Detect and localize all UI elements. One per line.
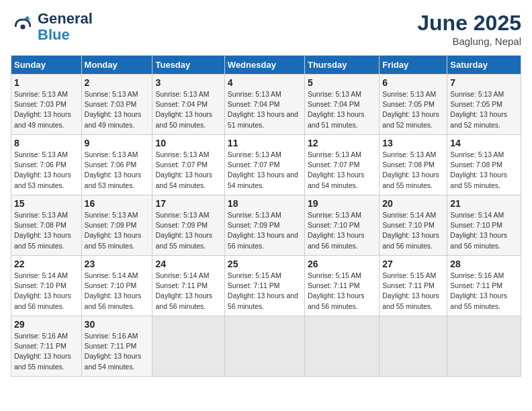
table-row: 26 Sunrise: 5:15 AMSunset: 7:11 PMDaylig… xyxy=(304,256,379,316)
header-thursday: Thursday xyxy=(304,56,379,75)
svg-point-0 xyxy=(20,25,25,30)
day-number: 1 xyxy=(14,77,79,88)
table-row: 23 Sunrise: 5:14 AMSunset: 7:10 PMDaylig… xyxy=(81,256,152,316)
day-info: Sunrise: 5:13 AMSunset: 7:04 PMDaylight:… xyxy=(308,89,376,130)
table-row: 22 Sunrise: 5:14 AMSunset: 7:10 PMDaylig… xyxy=(11,256,82,316)
day-info: Sunrise: 5:15 AMSunset: 7:11 PMDaylight:… xyxy=(228,271,302,312)
day-number: 20 xyxy=(382,198,444,209)
day-info: Sunrise: 5:13 AMSunset: 7:09 PMDaylight:… xyxy=(85,210,150,251)
table-row: 4 Sunrise: 5:13 AMSunset: 7:04 PMDayligh… xyxy=(224,75,304,135)
day-info: Sunrise: 5:13 AMSunset: 7:08 PMDaylight:… xyxy=(450,150,518,191)
day-number: 9 xyxy=(85,138,150,148)
day-info: Sunrise: 5:13 AMSunset: 7:05 PMDaylight:… xyxy=(450,89,518,130)
logo-line2: Blue xyxy=(38,27,93,43)
day-info: Sunrise: 5:13 AMSunset: 7:07 PMDaylight:… xyxy=(308,150,376,191)
table-row: 2 Sunrise: 5:13 AMSunset: 7:03 PMDayligh… xyxy=(81,75,152,135)
table-row: 5 Sunrise: 5:13 AMSunset: 7:04 PMDayligh… xyxy=(304,75,379,135)
day-info: Sunrise: 5:16 AMSunset: 7:11 PMDaylight:… xyxy=(14,331,79,372)
day-number: 3 xyxy=(155,77,221,88)
day-number: 6 xyxy=(382,77,444,88)
table-row: 8 Sunrise: 5:13 AMSunset: 7:06 PMDayligh… xyxy=(11,135,82,195)
table-row: 28 Sunrise: 5:16 AMSunset: 7:11 PMDaylig… xyxy=(447,256,521,316)
day-info: Sunrise: 5:13 AMSunset: 7:03 PMDaylight:… xyxy=(14,89,79,130)
day-info: Sunrise: 5:14 AMSunset: 7:10 PMDaylight:… xyxy=(14,271,79,312)
day-info: Sunrise: 5:14 AMSunset: 7:10 PMDaylight:… xyxy=(450,210,518,251)
table-row: 6 Sunrise: 5:13 AMSunset: 7:05 PMDayligh… xyxy=(380,75,447,135)
table-row: 1 Sunrise: 5:13 AMSunset: 7:03 PMDayligh… xyxy=(11,75,82,135)
day-info: Sunrise: 5:13 AMSunset: 7:06 PMDaylight:… xyxy=(85,150,150,191)
table-row: 17 Sunrise: 5:13 AMSunset: 7:09 PMDaylig… xyxy=(152,195,224,256)
table-row: 14 Sunrise: 5:13 AMSunset: 7:08 PMDaylig… xyxy=(447,135,521,195)
day-number: 19 xyxy=(308,198,376,209)
table-row: 29 Sunrise: 5:16 AMSunset: 7:11 PMDaylig… xyxy=(11,316,82,377)
day-number: 22 xyxy=(14,259,79,269)
header-sunday: Sunday xyxy=(11,56,82,75)
calendar-week-row: 22 Sunrise: 5:14 AMSunset: 7:10 PMDaylig… xyxy=(11,256,521,316)
header-tuesday: Tuesday xyxy=(152,56,224,75)
day-number: 29 xyxy=(14,319,79,330)
day-number: 17 xyxy=(155,198,221,209)
day-info: Sunrise: 5:14 AMSunset: 7:11 PMDaylight:… xyxy=(155,271,221,312)
day-number: 13 xyxy=(382,138,444,148)
day-info: Sunrise: 5:14 AMSunset: 7:10 PMDaylight:… xyxy=(382,210,444,251)
day-info: Sunrise: 5:13 AMSunset: 7:03 PMDaylight:… xyxy=(85,89,150,130)
day-number: 27 xyxy=(382,259,444,269)
day-number: 7 xyxy=(450,77,518,88)
day-info: Sunrise: 5:13 AMSunset: 7:07 PMDaylight:… xyxy=(155,150,221,191)
table-row: 16 Sunrise: 5:13 AMSunset: 7:09 PMDaylig… xyxy=(81,195,152,256)
title-block: June 2025 Baglung, Nepal xyxy=(417,11,521,47)
day-number: 21 xyxy=(450,198,518,209)
day-number: 2 xyxy=(85,77,150,88)
logo: General Blue xyxy=(11,11,93,43)
day-number: 15 xyxy=(14,198,79,209)
day-info: Sunrise: 5:13 AMSunset: 7:08 PMDaylight:… xyxy=(14,210,79,251)
calendar-week-row: 8 Sunrise: 5:13 AMSunset: 7:06 PMDayligh… xyxy=(11,135,521,195)
day-number: 11 xyxy=(228,138,302,148)
day-number: 30 xyxy=(85,319,150,330)
table-row: 20 Sunrise: 5:14 AMSunset: 7:10 PMDaylig… xyxy=(380,195,447,256)
day-number: 28 xyxy=(450,259,518,269)
table-row: 10 Sunrise: 5:13 AMSunset: 7:07 PMDaylig… xyxy=(152,135,224,195)
day-number: 4 xyxy=(228,77,302,88)
table-row: 13 Sunrise: 5:13 AMSunset: 7:08 PMDaylig… xyxy=(380,135,447,195)
header-monday: Monday xyxy=(81,56,152,75)
day-number: 23 xyxy=(85,259,150,269)
table-row: 3 Sunrise: 5:13 AMSunset: 7:04 PMDayligh… xyxy=(152,75,224,135)
table-row xyxy=(224,316,304,377)
day-info: Sunrise: 5:13 AMSunset: 7:09 PMDaylight:… xyxy=(155,210,221,251)
location: Baglung, Nepal xyxy=(417,36,521,47)
table-row xyxy=(447,316,521,377)
month-title: June 2025 xyxy=(417,11,521,36)
table-row: 18 Sunrise: 5:13 AMSunset: 7:09 PMDaylig… xyxy=(224,195,304,256)
day-number: 10 xyxy=(155,138,221,148)
logo-line1: General xyxy=(38,11,93,27)
table-row: 7 Sunrise: 5:13 AMSunset: 7:05 PMDayligh… xyxy=(447,75,521,135)
table-row: 25 Sunrise: 5:15 AMSunset: 7:11 PMDaylig… xyxy=(224,256,304,316)
day-number: 5 xyxy=(308,77,376,88)
calendar-week-row: 1 Sunrise: 5:13 AMSunset: 7:03 PMDayligh… xyxy=(11,75,521,135)
header-friday: Friday xyxy=(380,56,447,75)
day-info: Sunrise: 5:16 AMSunset: 7:11 PMDaylight:… xyxy=(85,331,150,372)
table-row xyxy=(304,316,379,377)
table-row: 24 Sunrise: 5:14 AMSunset: 7:11 PMDaylig… xyxy=(152,256,224,316)
day-number: 14 xyxy=(450,138,518,148)
table-row: 12 Sunrise: 5:13 AMSunset: 7:07 PMDaylig… xyxy=(304,135,379,195)
day-info: Sunrise: 5:13 AMSunset: 7:04 PMDaylight:… xyxy=(155,89,221,130)
table-row: 15 Sunrise: 5:13 AMSunset: 7:08 PMDaylig… xyxy=(11,195,82,256)
day-number: 25 xyxy=(228,259,302,269)
day-info: Sunrise: 5:13 AMSunset: 7:08 PMDaylight:… xyxy=(382,150,444,191)
day-number: 18 xyxy=(228,198,302,209)
day-info: Sunrise: 5:13 AMSunset: 7:04 PMDaylight:… xyxy=(228,89,302,130)
table-row: 11 Sunrise: 5:13 AMSunset: 7:07 PMDaylig… xyxy=(224,135,304,195)
calendar-table: Sunday Monday Tuesday Wednesday Thursday… xyxy=(11,55,521,377)
day-number: 24 xyxy=(155,259,221,269)
header-saturday: Saturday xyxy=(447,56,521,75)
header-wednesday: Wednesday xyxy=(224,56,304,75)
table-row xyxy=(152,316,224,377)
day-info: Sunrise: 5:15 AMSunset: 7:11 PMDaylight:… xyxy=(382,271,444,312)
calendar-week-row: 15 Sunrise: 5:13 AMSunset: 7:08 PMDaylig… xyxy=(11,195,521,256)
calendar-week-row: 29 Sunrise: 5:16 AMSunset: 7:11 PMDaylig… xyxy=(11,316,521,377)
day-info: Sunrise: 5:16 AMSunset: 7:11 PMDaylight:… xyxy=(450,271,518,312)
logo-icon xyxy=(11,15,35,39)
day-info: Sunrise: 5:13 AMSunset: 7:09 PMDaylight:… xyxy=(228,210,302,251)
